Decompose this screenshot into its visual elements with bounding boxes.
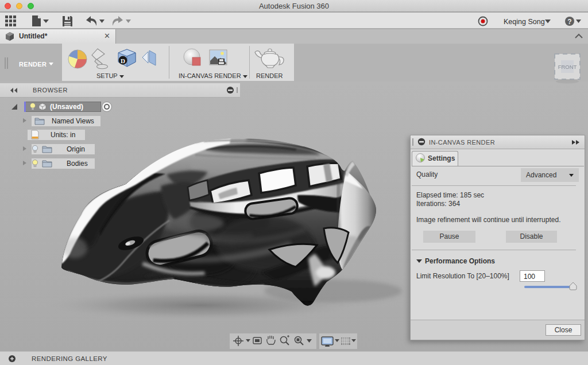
svg-text:FRONT: FRONT [558,64,577,70]
svg-text:D: D [121,57,125,64]
svg-text:?: ? [567,18,571,26]
svg-text:Keqing Song: Keqing Song [504,18,545,26]
